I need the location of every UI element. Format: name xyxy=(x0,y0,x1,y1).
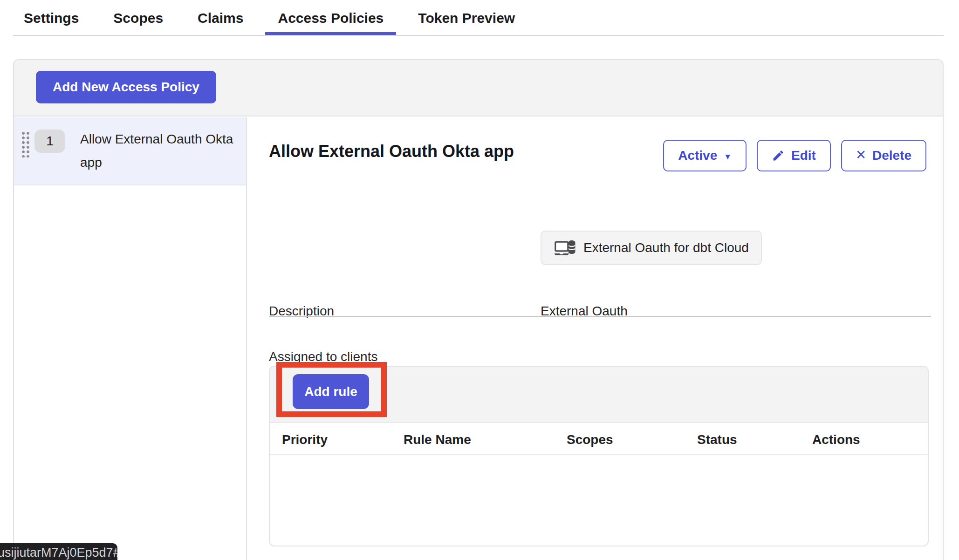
tab-bar-divider xyxy=(13,35,944,36)
delete-policy-button[interactable]: × Delete xyxy=(841,140,926,171)
close-icon: × xyxy=(856,146,866,163)
pencil-icon xyxy=(772,149,785,162)
status-dropdown-label: Active xyxy=(678,148,717,163)
tab-settings[interactable]: Settings xyxy=(24,0,79,36)
add-access-policy-button[interactable]: Add New Access Policy xyxy=(36,71,216,103)
rules-table-header: Priority Rule Name Scopes Status Actions xyxy=(270,424,928,455)
rules-card-header: Add rule xyxy=(270,367,928,423)
panel-header: Add New Access Policy xyxy=(14,60,943,116)
column-header-status: Status xyxy=(697,424,737,455)
tab-token-preview[interactable]: Token Preview xyxy=(418,0,515,36)
column-header-priority: Priority xyxy=(282,424,328,455)
rules-card: Add rule Priority Rule Name Scopes Statu… xyxy=(269,366,929,546)
edit-policy-button[interactable]: Edit xyxy=(757,140,831,171)
assigned-client-chip[interactable]: External Oauth for dbt Cloud xyxy=(541,231,762,265)
laptop-database-icon xyxy=(554,239,576,256)
section-divider xyxy=(269,316,931,317)
assigned-client-label: External Oauth for dbt Cloud xyxy=(583,240,749,255)
policy-name-label: Allow External Oauth Okta app xyxy=(80,128,241,174)
drag-handle-icon[interactable] xyxy=(21,130,30,157)
link-preview-statusbar: usijiutarM7Aj0Ep5d7# xyxy=(0,543,117,560)
tab-access-policies[interactable]: Access Policies xyxy=(278,0,384,36)
policy-detail-pane: Allow External Oauth Okta app Active ▼ E… xyxy=(248,117,943,560)
column-header-scopes: Scopes xyxy=(567,424,613,455)
add-rule-button[interactable]: Add rule xyxy=(293,374,369,409)
column-header-rule-name: Rule Name xyxy=(404,424,471,455)
policy-title: Allow External Oauth Okta app xyxy=(269,142,514,161)
link-preview-text: usijiutarM7Aj0Ep5d7# xyxy=(0,546,117,560)
tab-bar: Settings Scopes Claims Access Policies T… xyxy=(0,0,959,36)
chevron-down-icon: ▼ xyxy=(724,153,732,161)
policy-list-sidebar: 1 Allow External Oauth Okta app xyxy=(14,117,247,560)
policy-list-item[interactable]: 1 Allow External Oauth Okta app xyxy=(14,117,246,185)
edit-button-label: Edit xyxy=(791,148,816,163)
policy-action-buttons: Active ▼ Edit × Delete xyxy=(663,140,926,171)
status-dropdown-button[interactable]: Active ▼ xyxy=(663,140,747,171)
assigned-clients-label: Assigned to clients xyxy=(269,349,377,364)
policy-priority-badge: 1 xyxy=(34,130,65,153)
column-header-actions: Actions xyxy=(812,424,860,455)
delete-button-label: Delete xyxy=(872,148,911,163)
page: Settings Scopes Claims Access Policies T… xyxy=(0,0,959,560)
tab-claims[interactable]: Claims xyxy=(198,0,243,36)
tab-scopes[interactable]: Scopes xyxy=(113,0,163,36)
tab-list: Settings Scopes Claims Access Policies T… xyxy=(24,0,515,36)
access-policies-panel: Add New Access Policy 1 Allow External O… xyxy=(13,59,944,560)
